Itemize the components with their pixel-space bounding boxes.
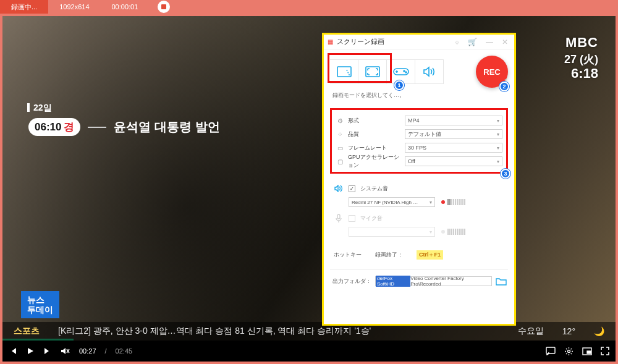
svg-rect-9 [337,214,340,219]
hotkey-label: ホットキー [334,251,362,259]
news-program-badge: 뉴스 투데이 [21,291,59,318]
mic-audio-meter [441,229,465,235]
ticker-temp: 12° [562,326,575,336]
player-controlbar: 00:27 / 02:45 [2,341,616,362]
system-audio-label: システム音 [360,185,388,193]
headline: 06:10경 윤석열 대통령 발언 [28,118,220,136]
system-audio-checkbox[interactable]: ✓ [349,185,355,192]
mic-device-select[interactable]: ▾ [349,227,435,237]
panel-title: スクリーン録画 [337,37,384,46]
format-icon: ⚙ [336,117,344,124]
upgrade-icon[interactable]: ⟐ [452,38,462,46]
system-audio-meter [441,199,465,205]
collapse-icon[interactable]: ⌃ [503,78,508,85]
app-icon: ▦ [328,38,333,45]
settings-button[interactable] [564,347,574,356]
broadcast-date: 27 (火) [564,52,598,67]
headline-text: 윤석열 대통령 발언 [114,119,219,135]
capture-frame: MBC 27 (火) 6:18 22일 06:10경 윤석열 대통령 발언 뉴스… [0,14,618,364]
broadcast-time: 6:18 [564,66,598,82]
quality-label: 品質 [348,130,401,138]
broadcast-info: MBC 27 (火) 6:18 [564,35,598,82]
panel-titlebar: ▦ スクリーン録画 ⟐ 🛒 — ✕ [324,35,514,49]
quality-select[interactable]: デフォルト値▾ [405,129,502,139]
svg-point-1 [568,350,570,352]
fps-select[interactable]: 30 FPS▾ [405,143,502,153]
annotation-box-1 [328,53,392,83]
mode-hint: 録画モードを選択してく…。 [324,89,514,104]
cast-button[interactable] [546,347,556,355]
quality-icon: ⁘ [336,131,344,138]
hotkey-row: ホットキー 録画終了： Ctrl＋F1 [324,240,514,260]
format-select[interactable]: MP4▾ [405,116,502,125]
annotation-badge-1: 1 [394,80,404,90]
mute-button[interactable] [61,347,70,355]
mic-audio-label: マイク音 [360,214,383,222]
output-label: 出力フォルダ： [332,277,371,286]
close-button[interactable]: ✕ [499,38,510,46]
cart-icon[interactable]: 🛒 [465,38,480,46]
ticker-text: [K리그2] 광주, 안산 3-0 제압…역대 최다 승점 81 신기록, 역대… [58,326,371,337]
news-ticker: 스포츠 [K리그2] 광주, 안산 3-0 제압…역대 최다 승점 81 신기록… [2,322,616,341]
channel-logo: MBC [564,35,598,51]
stop-record-button[interactable] [158,1,170,13]
recording-resolution: 1092x614 [48,0,100,14]
browse-folder-button[interactable] [496,277,507,286]
recorder-topbar: 録画中... 1092x614 00:00:01 [0,0,618,14]
fullscreen-button[interactable] [601,347,609,355]
gpu-select[interactable]: Off▾ [405,156,502,166]
ticker-category: 스포츠 [14,326,40,337]
output-path-field[interactable]: derFox Soft\HD Video Converter Factory P… [375,276,492,286]
player-current-time: 00:27 [79,347,96,355]
play-button[interactable] [26,347,35,355]
hotkey-end-label: 録画終了： [375,251,403,259]
video-still [2,16,616,362]
weather-icon: 🌙 [594,326,604,336]
mode-audio[interactable] [415,59,444,84]
hotkey-end-key: Ctrl＋F1 [417,250,443,260]
ticker-day: 수요일 [518,326,544,337]
gpu-label: GPUアクセラレーション [348,153,401,169]
minimize-button[interactable]: — [483,38,496,46]
next-button[interactable] [43,347,52,355]
svg-rect-0 [546,347,555,353]
headline-time-pill: 06:10경 [28,118,80,136]
output-row: 出力フォルダ： derFox Soft\HD Video Converter F… [324,270,514,286]
svg-point-8 [405,72,407,73]
pip-button[interactable] [582,347,592,355]
system-audio-device-select[interactable]: Redmi 27 NF (NVIDIA High …▾ [349,197,435,207]
format-label: 形式 [348,117,401,125]
gpu-icon: ▢ [336,158,344,165]
mic-audio-checkbox[interactable] [349,215,355,222]
prev-button[interactable] [9,347,17,355]
player-duration: 02:45 [116,347,133,355]
fps-label: フレームレート [348,144,401,152]
fps-icon: ▭ [336,145,344,151]
overlay-date: 22일 [27,103,52,114]
speaker-icon [334,185,344,192]
settings-group: ⚙ 形式 MP4▾ ⁘ 品質 デフォルト値▾ ▭ フレームレート 30 FPS▾… [330,108,508,174]
audio-group: ✓ システム音 Redmi 27 NF (NVIDIA High …▾ マイク音… [324,174,514,240]
svg-point-7 [404,70,405,72]
recording-status: 録画中... [0,0,48,14]
mode-row: REC 1 2 [324,49,514,89]
recording-elapsed: 00:00:01 [101,0,150,14]
mic-icon [334,214,344,222]
screen-recorder-panel: ▦ スクリーン録画 ⟐ 🛒 — ✕ REC 1 2 録画モードを選択してく…。 … [324,35,514,324]
svg-rect-3 [587,351,591,353]
